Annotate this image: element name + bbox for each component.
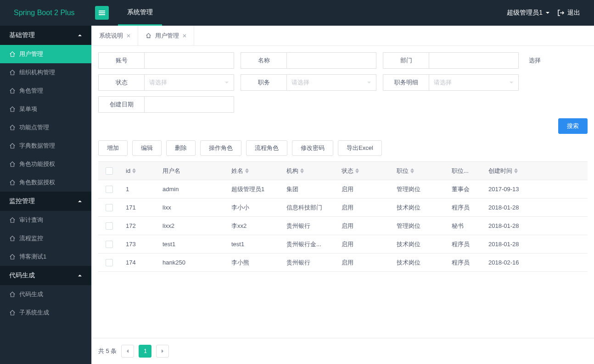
pager-page-1[interactable]: 1: [139, 345, 151, 358]
filter-dutydetail-label: 职务明细: [383, 74, 429, 91]
user-table: id 用户名 姓名 机构 状态 职位 职位... 创建时间 1 admin 超级…: [98, 161, 588, 272]
menu-toggle-button[interactable]: [95, 6, 109, 20]
home-icon: [9, 217, 16, 223]
home-icon: [9, 51, 16, 57]
filter-dept-input[interactable]: [429, 52, 519, 69]
chevron-right-icon: [161, 349, 164, 353]
col-posd: 职位...: [446, 167, 483, 175]
menu-group[interactable]: 基础管理: [0, 26, 91, 45]
table-row[interactable]: 1 admin 超级管理员1 集团 启用 管理岗位 董事会 2017-09-13: [98, 180, 588, 199]
sidebar-item[interactable]: 博客测试1: [0, 248, 91, 266]
caret-down-icon: [545, 11, 550, 15]
menu-group[interactable]: 代码生成: [0, 266, 91, 285]
col-pos[interactable]: 职位: [391, 167, 446, 175]
filter-duty-select[interactable]: 请选择: [286, 74, 376, 91]
row-checkbox[interactable]: [106, 186, 113, 193]
toolbar: 增加 编辑 删除 操作角色 流程角色 修改密码 导出Excel: [92, 140, 594, 161]
table-row[interactable]: 172 lixx2 李xx2 贵州银行 启用 管理岗位 秘书 2018-01-2…: [98, 217, 588, 235]
sidebar-item[interactable]: 审计查询: [0, 211, 91, 229]
col-org[interactable]: 机构: [281, 167, 336, 175]
close-icon[interactable]: [127, 34, 130, 38]
filter-duty-label: 职务: [241, 74, 286, 91]
user-name: 超级管理员1: [507, 9, 543, 17]
sort-icon[interactable]: [245, 168, 249, 173]
sort-icon[interactable]: [300, 168, 304, 173]
export-button[interactable]: 导出Excel: [338, 140, 382, 156]
filter-account-input[interactable]: [144, 52, 234, 69]
col-date[interactable]: 创建时间: [483, 167, 538, 175]
content: 账号 名称 部门 选择 状态请选择 职务请选择 职务明细请选择 创建日期 搜索: [92, 46, 594, 364]
col-user: 用户名: [157, 167, 226, 175]
flowrole-button[interactable]: 流程角色: [246, 140, 287, 156]
home-icon: [9, 309, 16, 316]
filter-status-label: 状态: [98, 74, 144, 91]
caret-up-icon: [78, 273, 82, 278]
sidebar-item[interactable]: 角色功能授权: [0, 155, 91, 173]
filter-name-label: 名称: [241, 52, 286, 69]
logout-button[interactable]: 退出: [557, 9, 594, 17]
main: 系统说明用户管理 账号 名称 部门 选择 状态请选择 职务请选择 职务明细请选择: [91, 26, 594, 364]
home-icon: [9, 161, 16, 167]
brand: Spring Boot 2 Plus: [0, 9, 91, 17]
filter-dutydetail-select[interactable]: 请选择: [429, 74, 519, 91]
delete-button[interactable]: 删除: [166, 140, 196, 156]
add-button[interactable]: 增加: [98, 140, 128, 156]
home-icon: [9, 143, 16, 149]
sidebar-item[interactable]: 组织机构管理: [0, 63, 91, 82]
tabs: 系统说明用户管理: [92, 26, 594, 46]
sidebar-item[interactable]: 用户管理: [0, 45, 91, 63]
row-checkbox[interactable]: [106, 259, 113, 266]
menu-group[interactable]: 监控管理: [0, 192, 91, 211]
table-row[interactable]: 174 hank250 李小熊 贵州银行 启用 技术岗位 程序员 2018-02…: [98, 254, 588, 272]
table-row[interactable]: 171 lixx 李小小 信息科技部门 启用 技术岗位 程序员 2018-01-…: [98, 199, 588, 217]
select-all-checkbox[interactable]: [106, 167, 113, 175]
pager-total: 共 5 条: [98, 347, 117, 355]
edit-button[interactable]: 编辑: [132, 140, 162, 156]
sidebar-item[interactable]: 字典数据管理: [0, 137, 91, 155]
row-checkbox[interactable]: [106, 222, 113, 230]
sidebar-item[interactable]: 角色数据授权: [0, 173, 91, 192]
pager: 共 5 条 1: [92, 338, 594, 364]
row-checkbox[interactable]: [106, 241, 113, 248]
hamburger-icon: [98, 9, 106, 17]
sort-icon[interactable]: [514, 168, 518, 173]
sidebar-item[interactable]: 流程监控: [0, 229, 91, 248]
close-icon[interactable]: [183, 34, 186, 38]
pager-next[interactable]: [156, 345, 169, 358]
home-icon: [9, 124, 16, 131]
filter-status-select[interactable]: 请选择: [144, 74, 234, 91]
tab[interactable]: 用户管理: [138, 26, 194, 45]
select-link[interactable]: 选择: [529, 56, 541, 65]
col-name[interactable]: 姓名: [226, 167, 281, 175]
col-status[interactable]: 状态: [336, 167, 391, 175]
home-icon: [9, 88, 16, 94]
user-menu[interactable]: 超级管理员1: [507, 9, 557, 17]
sidebar-item[interactable]: 功能点管理: [0, 118, 91, 137]
sort-icon[interactable]: [132, 168, 136, 173]
filter-createdate-input[interactable]: [144, 96, 234, 113]
topnav-item-system[interactable]: 系统管理: [118, 0, 162, 26]
chpwd-button[interactable]: 修改密码: [292, 140, 333, 156]
pager-prev[interactable]: [121, 345, 134, 358]
tab[interactable]: 系统说明: [92, 26, 138, 45]
filter-name-input[interactable]: [286, 52, 376, 69]
search-button[interactable]: 搜索: [558, 118, 588, 134]
home-icon: [9, 291, 16, 298]
sidebar-item[interactable]: 代码生成: [0, 285, 91, 303]
logout-icon: [557, 9, 565, 17]
sidebar-item[interactable]: 角色管理: [0, 82, 91, 100]
col-id[interactable]: id: [120, 167, 157, 174]
chevron-down-icon: [509, 80, 514, 85]
sort-icon[interactable]: [410, 168, 414, 173]
sidebar: 基础管理用户管理组织机构管理角色管理菜单项功能点管理字典数据管理角色功能授权角色…: [0, 26, 91, 364]
table-row[interactable]: 173 test1 test1 贵州银行金... 启用 技术岗位 程序员 201…: [98, 235, 588, 254]
sidebar-item[interactable]: 子系统生成: [0, 303, 91, 322]
filter-createdate-label: 创建日期: [98, 96, 144, 113]
sidebar-item[interactable]: 菜单项: [0, 100, 91, 118]
oprole-button[interactable]: 操作角色: [200, 140, 241, 156]
filter-account-label: 账号: [98, 52, 144, 69]
home-icon: [9, 254, 16, 260]
sort-icon[interactable]: [355, 168, 359, 173]
row-checkbox[interactable]: [106, 204, 113, 211]
topbar: Spring Boot 2 Plus 系统管理 超级管理员1 退出: [0, 0, 594, 26]
